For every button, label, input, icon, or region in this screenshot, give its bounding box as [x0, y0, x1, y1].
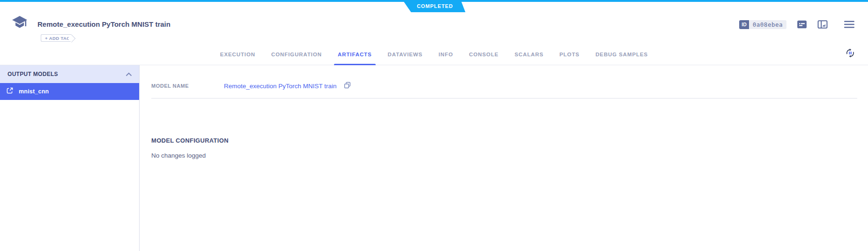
- experiment-id-badge[interactable]: ID 0a08ebea: [739, 20, 786, 29]
- copy-icon: [343, 81, 351, 91]
- sidebar-item-mnist-cnn[interactable]: mnist_cnn: [0, 83, 139, 100]
- external-link-icon: [6, 87, 14, 96]
- model-configuration-heading: MODEL CONFIGURATION: [151, 137, 857, 144]
- id-value: 0a08ebea: [749, 20, 786, 29]
- app-logo-icon: [12, 15, 29, 30]
- tab-plots[interactable]: PLOTS: [551, 42, 587, 65]
- output-models-section-header[interactable]: OUTPUT MODELS: [0, 65, 139, 83]
- artifact-detail-panel: MODEL NAME Remote_execution PyTorch MNIS…: [140, 65, 868, 251]
- experiment-tab-bar: EXECUTION CONFIGURATION ARTIFACTS DATAVI…: [0, 42, 868, 65]
- status-ribbon: COMPLETED: [403, 0, 466, 12]
- experiment-detail-page: COMPLETED Remote_execution PyTorch MNIST…: [0, 0, 868, 251]
- tab-debug-samples[interactable]: DEBUG SAMPLES: [587, 42, 656, 65]
- add-tag-button[interactable]: + ADD TAG: [41, 34, 71, 42]
- id-chip-label: ID: [739, 20, 749, 29]
- tab-execution[interactable]: EXECUTION: [212, 42, 263, 65]
- details-card-icon[interactable]: [797, 19, 807, 30]
- experiment-body: OUTPUT MODELS mnist_cnn: [0, 65, 868, 251]
- hamburger-menu-icon[interactable]: [844, 20, 855, 29]
- tab-scalars[interactable]: SCALARS: [506, 42, 551, 65]
- model-name-link[interactable]: Remote_execution PyTorch MNIST train: [224, 83, 337, 90]
- add-tag-label: + ADD TAG: [45, 36, 70, 41]
- copy-model-name-button[interactable]: [343, 81, 351, 91]
- split-view-icon[interactable]: [817, 19, 828, 30]
- tab-console[interactable]: CONSOLE: [461, 42, 506, 65]
- model-name-row: MODEL NAME Remote_execution PyTorch MNIS…: [151, 81, 857, 99]
- tab-artifacts[interactable]: ARTIFACTS: [330, 42, 380, 65]
- experiment-title: Remote_execution PyTorch MNIST train: [37, 20, 171, 28]
- model-name-label: MODEL NAME: [151, 83, 224, 89]
- model-item-label: mnist_cnn: [19, 88, 49, 95]
- auto-refresh-toggle-icon[interactable]: [845, 47, 856, 59]
- tab-configuration[interactable]: CONFIGURATION: [263, 42, 330, 65]
- header-actions: ID 0a08ebea: [739, 19, 855, 30]
- output-models-title: OUTPUT MODELS: [7, 71, 58, 77]
- status-ribbon-label: COMPLETED: [415, 3, 453, 9]
- model-configuration-section: MODEL CONFIGURATION No changes logged: [151, 137, 857, 159]
- tab-dataviews[interactable]: DATAVIEWS: [380, 42, 431, 65]
- output-models-sidebar: OUTPUT MODELS mnist_cnn: [0, 65, 140, 251]
- chevron-up-icon[interactable]: [126, 70, 132, 78]
- tab-info[interactable]: INFO: [430, 42, 461, 65]
- model-configuration-empty-text: No changes logged: [151, 152, 857, 159]
